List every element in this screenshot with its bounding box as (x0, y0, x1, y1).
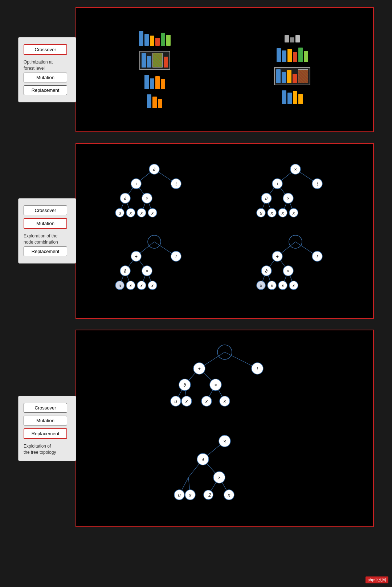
desc-section3: Exploitation ofthe tree topology (24, 443, 56, 456)
tree-panel-2: ∂ + t ∂ × u x x x (75, 143, 374, 319)
svg-text:∂: ∂ (153, 167, 155, 172)
sidebar-section1: Crossover Optimization atforest level Mu… (18, 37, 76, 102)
sidebar-section2: Crossover Mutation Exploration of thenod… (18, 198, 76, 264)
svg-text:x: x (151, 210, 154, 216)
left-trees: ∂ + t ∂ × u x x x (86, 162, 222, 300)
svg-text:x: x (259, 283, 262, 288)
svg-text:x: x (189, 492, 192, 498)
svg-text:x: x (151, 283, 154, 288)
section-topology: Crossover Mutation Replacement Exploitat… (18, 330, 374, 527)
svg-text:−2: −2 (206, 492, 212, 498)
section-forest: Crossover Optimization atforest level Mu… (18, 7, 374, 132)
chrom-row-1 (139, 31, 171, 46)
tree-bottom-right: + t ∂ × x x x x (256, 235, 335, 300)
svg-text:x: x (292, 210, 295, 216)
btn-mutation-2[interactable]: Mutation (24, 218, 67, 229)
svg-text:u: u (118, 283, 121, 288)
svg-text:∂: ∂ (202, 457, 204, 462)
tree-section3-bottom: × ∂ × u x −2 x (167, 434, 283, 514)
btn-replacement-3[interactable]: Replacement (24, 428, 67, 439)
chrom-row-r4 (282, 90, 303, 104)
svg-text:x: x (228, 492, 230, 498)
chrom-row-r1 (285, 35, 300, 42)
svg-text:x: x (270, 210, 273, 216)
sidebar-section3: Crossover Mutation Replacement Exploitat… (18, 396, 76, 461)
svg-text:x: x (281, 210, 284, 216)
tree-top-left: ∂ + t ∂ × u x x x (114, 162, 194, 227)
svg-text:u: u (178, 492, 180, 498)
tree-bottom-left: + t ∂ × u x x x (114, 235, 194, 300)
svg-text:×: × (287, 196, 290, 201)
svg-text:+: + (135, 254, 138, 259)
btn-mutation-3[interactable]: Mutation (24, 416, 67, 425)
svg-text:u: u (118, 210, 121, 216)
btn-crossover-1[interactable]: Crossover (24, 44, 67, 55)
svg-text:x: x (140, 210, 143, 216)
left-chromosomes (139, 31, 171, 108)
desc-section1: Optimization atforest level (24, 59, 53, 72)
watermark: php中文网 (366, 576, 388, 583)
btn-mutation-1[interactable]: Mutation (24, 73, 67, 82)
right-trees: × + t ∂ × u x x x (228, 162, 363, 300)
desc-section2: Exploration of thenode combination (24, 233, 58, 245)
right-chromosomes (274, 35, 310, 104)
chrom-row-r2 (277, 48, 308, 62)
tree-top-right: × + t ∂ × u x x x (256, 162, 335, 227)
svg-text:×: × (218, 475, 221, 480)
svg-text:+: + (135, 181, 138, 187)
tree-panel-3: + t ∂ × u x x x (75, 330, 374, 527)
svg-text:×: × (146, 196, 148, 201)
svg-text:x: x (205, 399, 208, 404)
btn-crossover-2[interactable]: Crossover (24, 205, 67, 215)
svg-text:∂: ∂ (265, 196, 267, 201)
svg-text:+: + (276, 254, 279, 259)
svg-text:×: × (287, 268, 290, 274)
chrom-row-r3 (274, 67, 310, 85)
svg-text:+: + (198, 366, 201, 371)
svg-text:+: + (276, 181, 279, 187)
svg-text:×: × (214, 382, 217, 388)
svg-text:x: x (140, 283, 143, 288)
svg-text:u: u (174, 399, 177, 404)
svg-text:x: x (129, 283, 132, 288)
chrom-row-2 (139, 51, 170, 70)
svg-text:x: x (292, 283, 295, 288)
svg-text:∂: ∂ (265, 268, 267, 274)
btn-replacement-1[interactable]: Replacement (24, 85, 67, 95)
chrom-row-4 (147, 94, 162, 108)
svg-text:×: × (294, 167, 297, 172)
section-nodes: Crossover Mutation Exploration of thenod… (18, 143, 374, 319)
svg-text:∂: ∂ (124, 268, 126, 274)
svg-text:x: x (270, 283, 273, 288)
svg-text:×: × (223, 439, 226, 444)
svg-text:×: × (146, 268, 148, 274)
btn-crossover-3[interactable]: Crossover (24, 403, 67, 413)
svg-text:u: u (260, 210, 262, 216)
tree-section3-top: + t ∂ × u x x x (163, 343, 286, 423)
svg-text:x: x (223, 399, 226, 404)
svg-text:x: x (281, 283, 284, 288)
btn-replacement-2[interactable]: Replacement (24, 246, 67, 256)
svg-text:x: x (185, 399, 188, 404)
svg-text:∂: ∂ (124, 196, 126, 201)
chrom-row-3 (144, 75, 165, 89)
forest-panel (75, 7, 374, 132)
svg-text:∂: ∂ (184, 382, 186, 388)
svg-text:x: x (129, 210, 132, 216)
